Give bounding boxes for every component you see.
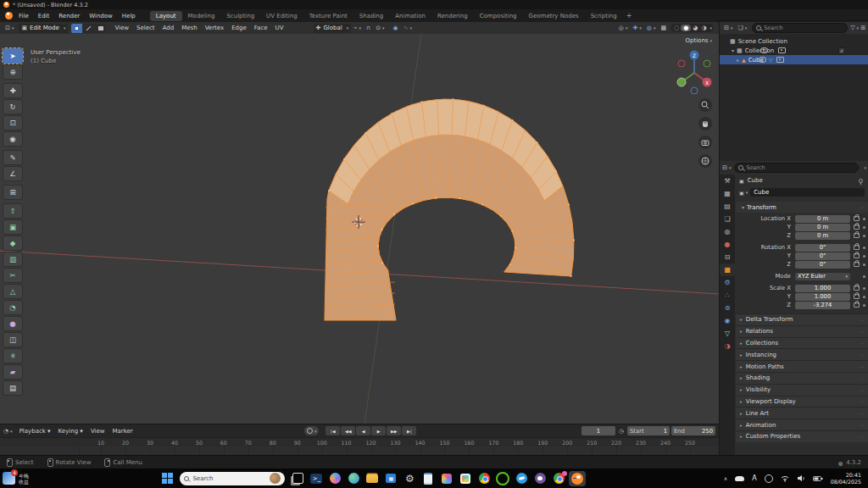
hide-eye-icon[interactable] <box>759 57 766 63</box>
battery-icon[interactable] <box>813 475 823 482</box>
end-frame-field[interactable]: End 250 <box>671 426 715 435</box>
outliner-row-cube[interactable]: ▸ ▲ Cube ▽ <box>720 55 868 64</box>
lock-icon[interactable] <box>854 294 860 299</box>
panel-motion-paths[interactable]: ▸Motion Paths⋯ <box>736 360 868 372</box>
animate-dot[interactable] <box>863 304 865 307</box>
tool-cursor[interactable]: ⊕ <box>3 64 23 80</box>
menu-edit[interactable]: Edit <box>38 13 50 19</box>
viewport-canvas[interactable]: ZX <box>0 34 719 424</box>
properties-editor-icon[interactable]: ⊟ <box>722 164 727 171</box>
properties-tab-render[interactable]: ▦ <box>720 187 735 200</box>
taskbar-app-browser-globe[interactable] <box>345 471 362 486</box>
tool-rotate[interactable]: ↻ <box>3 99 23 114</box>
taskbar-app-powershell[interactable]: >_ <box>308 471 325 486</box>
lock-icon[interactable] <box>854 225 860 230</box>
workspace-tab-rendering[interactable]: Rendering <box>431 11 474 21</box>
timeline-menu-marker[interactable]: Marker <box>113 428 133 435</box>
tool-loop-cut[interactable]: ▥ <box>3 252 23 267</box>
properties-tab-particles[interactable]: ∴ <box>720 289 735 302</box>
tool-smooth[interactable]: ● <box>3 316 23 331</box>
pan-hand-button[interactable] <box>698 117 712 130</box>
properties-search[interactable]: Search <box>734 163 859 173</box>
prev-keyframe-button[interactable]: ◀◀ <box>341 426 355 435</box>
value-field[interactable]: 0° <box>795 261 850 269</box>
animate-dot[interactable] <box>863 235 865 237</box>
properties-tab-output[interactable]: ▤ <box>720 200 735 213</box>
workspace-tab-animation[interactable]: Animation <box>389 11 431 21</box>
outliner-display-mode[interactable]: ⊟▾ <box>721 24 735 33</box>
tool-extrude-region[interactable]: ⇧ <box>3 203 23 219</box>
panel-animation[interactable]: ▸Animation⋯ <box>736 419 868 430</box>
workspace-tab-shading[interactable]: Shading <box>353 11 389 21</box>
taskbar-app-green-ring-app[interactable] <box>494 471 511 486</box>
lock-icon[interactable] <box>854 253 860 258</box>
taskbar-app-blue-circle-app[interactable] <box>513 471 530 486</box>
viewport-menu-mesh[interactable]: Mesh <box>181 25 197 31</box>
play-button[interactable]: ▶ <box>371 426 386 435</box>
panel-visibility[interactable]: ▸Visibility⋯ <box>736 384 868 396</box>
auto-keying-button[interactable]: ▾ <box>304 426 319 435</box>
timeline-menu-playback[interactable]: Playback ▾ <box>19 428 51 435</box>
disable-render-icon[interactable] <box>778 47 786 53</box>
value-field[interactable]: -3.274 <box>795 302 850 309</box>
taskbar-app-settings[interactable]: ⚙ <box>401 471 418 486</box>
value-field[interactable]: 1.000 <box>795 285 850 292</box>
properties-tab-collection[interactable]: ⊟ <box>720 251 735 263</box>
tool-move[interactable]: ✚ <box>3 83 23 98</box>
viewport-menu-add[interactable]: Add <box>163 25 175 31</box>
value-field[interactable]: 1.000 <box>795 293 850 301</box>
collapse-icon[interactable]: ▾ <box>732 47 734 53</box>
mode-dropdown[interactable]: XYZ Euler▾ <box>795 273 850 280</box>
snap-target-button[interactable]: ⌁▾ <box>351 24 364 33</box>
properties-tab-physics[interactable]: ⊚ <box>720 302 735 314</box>
jump-end-button[interactable]: ▶| <box>402 426 416 435</box>
taskbar-app-blender[interactable] <box>569 471 586 486</box>
tool-rip-region[interactable]: ▤ <box>3 380 23 396</box>
animate-dot[interactable] <box>863 218 865 220</box>
outliner-filter-icon[interactable]: ▽▾ <box>850 25 859 31</box>
material-shading-button[interactable]: ◕ <box>691 25 699 31</box>
properties-tab-world[interactable]: ● <box>720 238 735 251</box>
panel-instancing[interactable]: ▸Instancing⋯ <box>736 348 868 360</box>
overlays-toggle[interactable]: ◍▾ <box>644 24 659 33</box>
outliner-filter-id[interactable]: ❏▾ <box>735 24 749 33</box>
value-field[interactable]: 0° <box>795 252 850 260</box>
snap-magnet-toggle[interactable]: ∩ <box>364 24 373 33</box>
animate-dot[interactable] <box>863 263 865 266</box>
hide-eye-icon[interactable] <box>760 47 768 53</box>
value-field[interactable]: 0 m <box>795 232 850 240</box>
properties-tab-material[interactable]: ◑ <box>720 340 735 352</box>
options-button[interactable]: Options ▾ <box>685 37 712 44</box>
object-name-field[interactable]: Cube <box>750 188 865 197</box>
lock-icon[interactable] <box>854 216 860 221</box>
menu-help[interactable]: Help <box>122 13 136 19</box>
tool-poly-build[interactable]: △ <box>3 284 23 299</box>
taskbar-app-microsoft-store[interactable]: ▦ <box>382 471 399 486</box>
panel-relations[interactable]: ▸Relations⋯ <box>736 325 868 337</box>
tool-edge-slide[interactable]: ◫ <box>3 332 23 347</box>
taskbar-app-copilot[interactable] <box>326 471 343 486</box>
stopwatch-icon[interactable]: ◷ <box>619 428 624 435</box>
collection-checkbox[interactable]: ✓ <box>838 47 845 54</box>
lock-icon[interactable] <box>854 302 860 308</box>
properties-tab-scene[interactable]: ◍ <box>720 225 735 238</box>
next-keyframe-button[interactable]: ▶▶ <box>387 426 401 435</box>
snap-with-button[interactable]: ⊙▾ <box>373 24 387 33</box>
camera-view-button[interactable] <box>698 136 712 149</box>
value-field[interactable]: 0 m <box>795 224 850 231</box>
taskbar-app-notepad[interactable] <box>420 471 437 486</box>
properties-tab-tool[interactable]: ⚒ <box>720 175 735 187</box>
object-data-icon[interactable]: ▣ <box>739 190 744 196</box>
menu-render[interactable]: Render <box>58 13 80 19</box>
ortho-perspective-toggle[interactable] <box>698 154 712 168</box>
properties-tab-object-data[interactable]: ▽ <box>720 327 735 340</box>
lock-icon[interactable] <box>854 262 860 267</box>
timeline-menu-view[interactable]: View <box>91 428 105 435</box>
value-field[interactable]: 0 m <box>795 215 850 223</box>
disable-render-icon[interactable] <box>776 57 784 63</box>
panel-delta-transform[interactable]: ▸Delta Transform⋯ <box>736 313 868 325</box>
panel-drag-dots[interactable]: ⋯ <box>859 204 864 210</box>
tool-select-box[interactable]: ➤ <box>3 48 23 64</box>
vertex-select-button[interactable] <box>71 24 82 33</box>
workspace-tab-texture-paint[interactable]: Texture Paint <box>303 11 353 21</box>
